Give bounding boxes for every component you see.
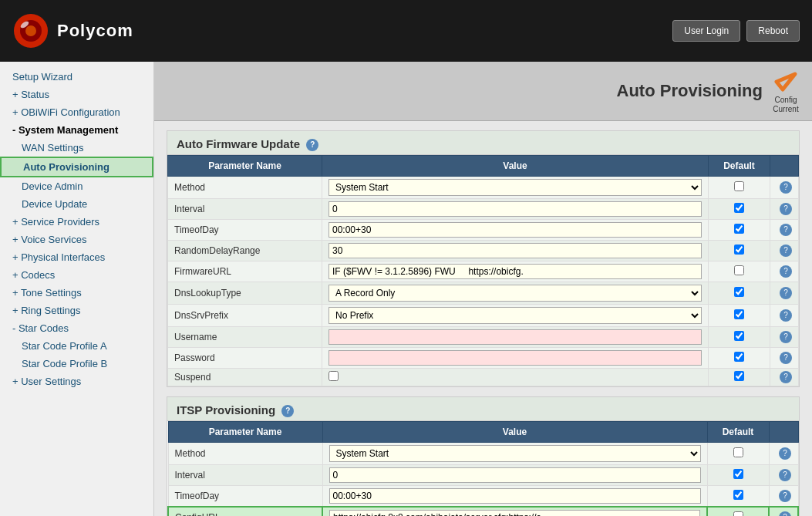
row-help-icon[interactable]: ? [779,469,791,481]
sidebar-item-star-codes[interactable]: - Star Codes [0,319,153,337]
param-default-cell[interactable] [707,443,769,465]
param-value-cell[interactable] [322,327,709,348]
default-checkbox[interactable] [733,490,743,500]
param-select-method[interactable]: System StartDisabledPeriodically [329,179,702,196]
sidebar-item-auto-provisioning[interactable]: Auto Provisioning [0,157,153,177]
itsp-provisioning-help-icon[interactable]: ? [281,405,294,417]
row-help-icon[interactable]: ? [780,287,792,299]
param-default-cell[interactable] [709,241,770,261]
param-default-cell[interactable] [709,220,770,241]
sidebar-item-star-code-profile-b[interactable]: Star Code Profile B [0,355,153,373]
param-value-cell[interactable]: System StartDisabledPeriodically [322,443,707,465]
row-help-icon[interactable]: ? [779,447,791,460]
param-select-dnslookuptype[interactable]: A Record OnlyAAAA Record OnlyAny [329,285,702,302]
default-checkbox[interactable] [734,309,744,319]
param-value-cell[interactable] [322,507,707,516]
sidebar-item-service-providers[interactable]: + Service Providers [0,213,153,231]
sidebar-item-device-admin[interactable]: Device Admin [0,177,153,195]
param-value-cell[interactable] [322,348,709,369]
param-input-username[interactable] [329,329,702,345]
row-help-icon[interactable]: ? [780,309,792,322]
param-input-timeofday[interactable] [329,488,701,504]
sidebar-item-system-management[interactable]: - System Management [0,121,153,139]
param-default-cell[interactable] [709,327,770,348]
default-checkbox[interactable] [733,447,743,457]
param-default-cell[interactable] [707,465,769,486]
param-help-cell[interactable]: ? [769,486,798,508]
sidebar-item-tone-settings[interactable]: + Tone Settings [0,284,153,302]
sidebar-item-physical-interfaces[interactable]: + Physical Interfaces [0,248,153,266]
row-help-icon[interactable]: ? [779,490,791,502]
param-help-cell[interactable]: ? [770,177,799,199]
row-help-icon[interactable]: ? [780,203,792,215]
param-help-cell[interactable]: ? [770,327,799,348]
param-default-cell[interactable] [709,369,770,386]
sidebar-item-codecs[interactable]: + Codecs [0,266,153,284]
param-help-cell[interactable]: ? [770,241,799,261]
param-default-cell[interactable] [707,486,769,508]
default-checkbox[interactable] [734,352,744,362]
auto-firmware-help-icon[interactable]: ? [306,139,318,151]
param-value-cell[interactable]: No PrefixCustom [322,305,709,327]
param-value-cell[interactable] [322,486,707,508]
sidebar-item-wan-settings[interactable]: WAN Settings [0,139,153,157]
param-default-cell[interactable] [707,507,769,516]
default-checkbox[interactable] [734,181,744,191]
param-help-cell[interactable]: ? [770,305,799,327]
row-help-icon[interactable]: ? [780,181,792,194]
param-help-cell[interactable]: ? [770,261,799,282]
sidebar-item-voice-services[interactable]: + Voice Services [0,231,153,248]
param-help-cell[interactable]: ? [770,199,799,220]
param-default-cell[interactable] [709,348,770,369]
sidebar-item-obiwifi[interactable]: + OBiWiFi Configuration [0,103,153,121]
param-input-timeofday[interactable] [329,222,702,238]
param-help-cell[interactable]: ? [770,369,799,386]
sidebar-item-user-settings[interactable]: + User Settings [0,373,153,390]
param-help-cell[interactable]: ? [769,443,798,465]
param-input-firmwareurl[interactable] [329,264,702,279]
param-help-cell[interactable]: ? [769,507,798,516]
param-select-method[interactable]: System StartDisabledPeriodically [329,445,701,462]
default-checkbox[interactable] [733,469,743,479]
sidebar-item-status[interactable]: + Status [0,86,153,103]
param-default-cell[interactable] [709,305,770,327]
param-help-cell[interactable]: ? [770,282,799,305]
default-checkbox[interactable] [734,331,744,341]
param-value-cell[interactable] [322,241,709,261]
param-value-cell[interactable] [322,261,709,282]
row-help-icon[interactable]: ? [780,352,792,364]
param-checkbox-suspend[interactable] [329,371,339,381]
user-login-button[interactable]: User Login [672,20,740,42]
row-help-icon[interactable]: ? [780,265,792,278]
sidebar-item-star-code-profile-a[interactable]: Star Code Profile A [0,337,153,355]
reboot-button[interactable]: Reboot [746,20,800,42]
param-select-dnssrvprefix[interactable]: No PrefixCustom [329,307,702,324]
param-value-cell[interactable] [322,199,709,220]
sidebar-item-setup-wizard[interactable]: Setup Wizard [0,68,153,86]
param-help-cell[interactable]: ? [770,348,799,369]
param-value-cell[interactable]: A Record OnlyAAAA Record OnlyAny [322,282,709,305]
default-checkbox[interactable] [734,245,744,255]
row-help-icon[interactable]: ? [780,371,792,383]
param-input-password[interactable] [329,350,702,366]
param-help-cell[interactable]: ? [770,220,799,241]
row-help-icon[interactable]: ? [780,331,792,343]
param-default-cell[interactable] [709,199,770,220]
param-default-cell[interactable] [709,261,770,282]
default-checkbox[interactable] [734,287,744,297]
default-checkbox[interactable] [734,203,744,213]
param-help-cell[interactable]: ? [769,465,798,486]
default-checkbox[interactable] [734,265,744,275]
param-value-cell[interactable] [322,220,709,241]
sidebar-item-ring-settings[interactable]: + Ring Settings [0,302,153,319]
param-input-interval[interactable] [329,201,702,217]
row-help-icon[interactable]: ? [779,511,791,516]
default-checkbox[interactable] [733,511,743,516]
default-checkbox[interactable] [734,224,744,234]
param-value-cell[interactable]: System StartDisabledPeriodically [322,177,709,199]
row-help-icon[interactable]: ? [780,224,792,236]
param-input-configurl[interactable] [329,510,700,516]
param-default-cell[interactable] [709,282,770,305]
param-input-randomdelayrange[interactable] [329,243,702,258]
default-checkbox[interactable] [734,371,744,381]
